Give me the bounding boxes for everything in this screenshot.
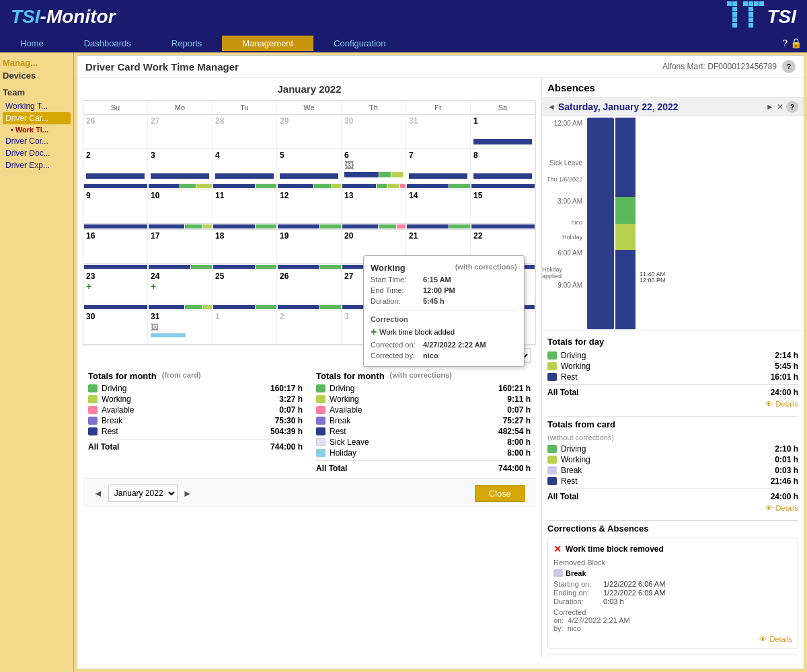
rp-details-card-button[interactable]: 👁 Details	[547, 504, 798, 512]
sidebar-team[interactable]: Team	[3, 87, 71, 97]
calendar-week-2: 2 3 4 5 6 🖼	[83, 149, 535, 183]
cal-cell-13[interactable]: 13	[342, 190, 406, 223]
close-button[interactable]: Close	[475, 485, 525, 502]
sidebar-devices[interactable]: Devices	[3, 71, 71, 81]
cc1-header: ✕ Work time block removed	[553, 544, 792, 554]
sidebar-item-driver-doc[interactable]: Driver Doc...	[3, 147, 71, 159]
cal-cell-8[interactable]: 8	[471, 149, 535, 183]
eye-icon: 👁	[765, 400, 773, 408]
cal-cell-15[interactable]: 15	[471, 190, 535, 223]
month-select[interactable]: January 2022	[108, 485, 178, 502]
time-label-holiday: Holiday	[562, 234, 582, 241]
cal-cell-1-next[interactable]: 1	[213, 310, 277, 344]
rp-working-card: Working 0:01 h	[547, 455, 798, 464]
nav-reports[interactable]: Reports	[151, 36, 223, 51]
cal-cell-17[interactable]: 17	[148, 230, 213, 263]
total-holiday-corr: Holiday 8:00 h	[316, 448, 531, 458]
prev-day-button[interactable]: ◄	[547, 102, 555, 112]
plus-icon: +	[371, 326, 377, 338]
cal-cell-27-prev[interactable]: 27	[148, 115, 213, 149]
cal-cell-30-prev[interactable]: 30	[342, 115, 406, 149]
rp-totals-day-title: Totals for day	[547, 337, 798, 347]
panel-user: Alfons Mart: DF0000123456789	[662, 62, 777, 71]
rp-all-total-day: All Total 24:00 h	[547, 384, 798, 397]
time-label-11:40: 11:40 AM	[640, 271, 665, 278]
app-header: TSI-Monitor TSI	[0, 0, 807, 34]
totals-row: Totals for month (from card) Driving 160…	[83, 366, 536, 478]
add-icon-23[interactable]: +	[86, 281, 145, 292]
cc1-block-label: Break	[553, 569, 792, 577]
cal-cell-9[interactable]: 9	[83, 190, 148, 223]
total-available-card: Available 0:07 h	[88, 405, 303, 415]
total-break-corr: Break 75:27 h	[316, 416, 531, 425]
cal-cell-18[interactable]: 18	[213, 230, 277, 263]
play-button[interactable]: ►	[766, 102, 774, 112]
sidebar-item-driver-exp[interactable]: Driver Exp...	[3, 159, 71, 171]
cal-cell-3[interactable]: 3	[148, 149, 213, 183]
cal-cell-2-next[interactable]: 2	[277, 310, 342, 344]
totals-from-card-title: Totals for month (from card)	[88, 371, 303, 381]
panel-title: Driver Card Work Time Manager	[85, 61, 239, 73]
cal-cell-11[interactable]: 11	[213, 190, 277, 223]
help-icon[interactable]: ?	[782, 38, 787, 48]
cc1-starting: Starting on: 1/22/2022 6:06 AM	[553, 580, 792, 588]
rp-close-button[interactable]: ✕	[777, 102, 783, 112]
time-label-sick: Sick Leave	[549, 159, 582, 167]
time-label-9am: 9:00 AM	[558, 282, 582, 289]
rp-break-card: Break 0:03 h	[547, 466, 798, 475]
cc1-details-button[interactable]: 👁 Details	[553, 635, 792, 643]
cal-cell-4[interactable]: 4	[213, 149, 277, 183]
nav-configuration[interactable]: Configuration	[313, 36, 406, 51]
sidebar-item-working-time[interactable]: Working T...	[3, 100, 71, 112]
cal-cell-25[interactable]: 25	[213, 270, 277, 304]
cal-cell-28-prev[interactable]: 28	[213, 115, 277, 149]
cal-cell-12[interactable]: 12	[277, 190, 342, 223]
timeline-bar-mixed	[615, 118, 636, 329]
cal-cell-7[interactable]: 7	[406, 149, 471, 183]
cal-cell-16[interactable]: 16	[83, 230, 148, 263]
cal-cell-31-prev[interactable]: 31	[406, 115, 471, 149]
calendar-header: Su Mo Tu We Th Fr Sa	[83, 101, 535, 115]
cal-cell-26[interactable]: 26	[277, 270, 342, 304]
lock-icon[interactable]: 🔒	[790, 38, 802, 48]
sidebar-item-driver-cor[interactable]: Driver Cor...	[3, 135, 71, 147]
cal-cell-2[interactable]: 2	[83, 149, 148, 183]
rp-driving-day: Driving 2:14 h	[547, 351, 798, 360]
sidebar-item-driver-card[interactable]: Driver Car...	[3, 112, 71, 124]
tooltip-title: Working (with corrections)	[371, 263, 517, 273]
cal-cell-19[interactable]: 19	[277, 230, 342, 263]
sidebar: Manag... Devices Team Working T... Drive…	[0, 52, 74, 672]
cal-cell-24[interactable]: 24+	[148, 270, 213, 304]
time-label-6am: 6:00 AM	[558, 249, 582, 257]
cal-cell-31[interactable]: 31 🖼	[148, 310, 213, 344]
cal-cell-14[interactable]: 14	[406, 190, 471, 223]
next-month-button[interactable]: ►	[183, 488, 192, 499]
add-icon-24[interactable]: +	[151, 281, 209, 292]
eye-icon-2: 👁	[765, 504, 773, 512]
app-title: TSI-Monitor	[11, 6, 116, 28]
cal-cell-23[interactable]: 23+	[83, 270, 148, 304]
main-nav: Home Dashboards Reports Management Confi…	[0, 34, 807, 52]
cal-cell-10[interactable]: 10	[148, 190, 213, 223]
rp-details-day-button[interactable]: 👁 Details	[547, 400, 798, 408]
nav-home[interactable]: Home	[0, 36, 64, 51]
cal-cell-5[interactable]: 5	[277, 149, 342, 183]
cal-cell-26-prev[interactable]: 26	[83, 115, 148, 149]
total-driving-corr: Driving 160:21 h	[316, 384, 531, 393]
nav-management[interactable]: Management	[222, 36, 313, 51]
rp-totals-card: Totals from card (without corrections) D…	[547, 419, 798, 512]
sidebar-item-work-time[interactable]: • Work Ti...	[3, 124, 71, 135]
rp-help-button[interactable]: ?	[786, 101, 798, 113]
cal-cell-30[interactable]: 30	[83, 310, 148, 344]
cal-cell-6[interactable]: 6 🖼	[342, 149, 406, 183]
cc1-sub: Removed Block	[553, 558, 792, 566]
tooltip-duration: Duration: 5:45 h	[371, 297, 517, 305]
content-panel: Driver Card Work Time Manager Alfons Mar…	[77, 55, 804, 669]
total-all-corr: All Total 744:00 h	[316, 460, 531, 473]
cal-cell-29-prev[interactable]: 29	[277, 115, 342, 149]
prev-month-button[interactable]: ◄	[93, 488, 103, 499]
panel-help-button[interactable]: ?	[782, 60, 796, 73]
day-header-tu: Tu	[213, 101, 277, 115]
cal-cell-1[interactable]: 1	[471, 115, 535, 149]
nav-dashboards[interactable]: Dashboards	[64, 36, 151, 51]
